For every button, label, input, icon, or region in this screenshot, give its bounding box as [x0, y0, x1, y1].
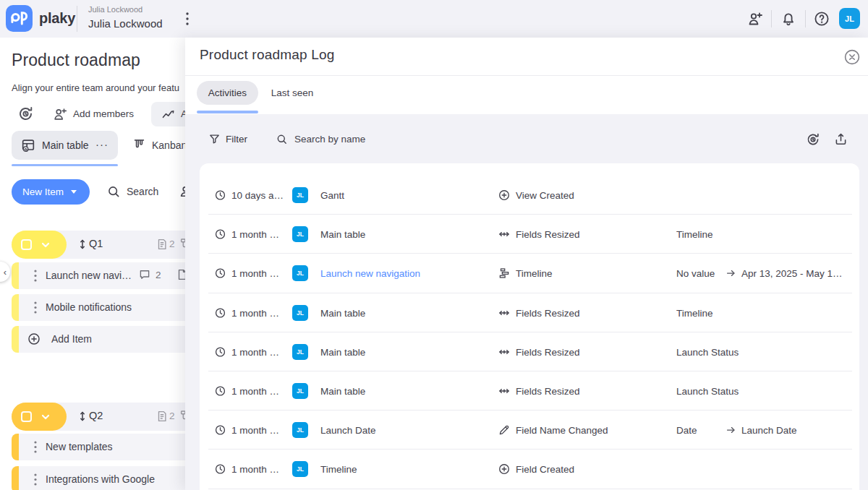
log-panel: Product roadmap Log Activities Last seen…: [185, 38, 868, 490]
group-pill[interactable]: [12, 403, 67, 431]
filter-icon[interactable]: [208, 133, 221, 145]
notifications-bell-icon[interactable]: [780, 10, 797, 27]
group-checkbox[interactable]: [21, 411, 32, 422]
plaky-logo-icon[interactable]: [6, 5, 33, 32]
doc-count: 2: [169, 411, 175, 421]
plus-circle-icon: [27, 332, 41, 346]
log-value-old: Date: [676, 425, 697, 436]
kebab-icon[interactable]: [30, 300, 41, 315]
add-members-button[interactable]: Add members: [73, 108, 134, 119]
topbar-divider: [77, 6, 77, 32]
sidebar-search-icon[interactable]: [106, 184, 121, 199]
arrow-right-icon: [726, 268, 736, 279]
log-value-old: Timeline: [676, 229, 713, 240]
topbar-divider: [771, 10, 772, 27]
tab-last-seen[interactable]: Last seen: [266, 81, 318, 105]
log-user-avatar: JL: [292, 305, 308, 321]
tab-main-table-label: Main table: [42, 139, 89, 151]
tab-main-table-underline: [12, 164, 118, 166]
log-search-input[interactable]: Search by name: [294, 134, 365, 145]
topbar: plaky Julia Lockwood Julia Lockwood JL: [0, 0, 868, 38]
clock-icon: [214, 306, 226, 319]
workspace-name[interactable]: Julia Lockwood: [88, 17, 163, 30]
topbar-divider: [805, 10, 806, 27]
log-action: Field Name Changed: [516, 425, 608, 436]
kebab-icon[interactable]: [30, 439, 41, 455]
log-item-name: Main table: [320, 346, 365, 357]
workspace-menu-icon[interactable]: [181, 10, 194, 27]
help-icon[interactable]: [813, 10, 830, 27]
board-title: Product roadmap: [12, 51, 140, 70]
log-time: 1 month …: [231, 386, 285, 397]
activity-log-icon[interactable]: [17, 105, 35, 123]
tab-kanban[interactable]: Kanban: [152, 139, 187, 151]
log-value-new: Apr 13, 2025 - May 1…: [741, 268, 843, 279]
arrow-right-icon: [726, 425, 736, 436]
doc-icon: [156, 410, 166, 422]
chevron-down-icon[interactable]: [40, 411, 51, 423]
log-panel-body: Filter Search by name 10 days a…JLGanttV…: [185, 114, 868, 490]
group-name: Q1: [89, 238, 103, 249]
log-action: Field Created: [516, 464, 574, 475]
log-user-avatar: JL: [292, 461, 308, 477]
log-time: 1 month …: [231, 268, 285, 279]
tab-activities[interactable]: Activities: [197, 81, 258, 105]
log-row: 1 month …JLMain tableFields ResizedTimel…: [200, 293, 859, 332]
drag-handle-icon[interactable]: [77, 238, 88, 250]
log-value-old: No value: [676, 268, 715, 279]
log-user-avatar: JL: [292, 383, 308, 399]
kebab-icon[interactable]: [30, 472, 41, 487]
close-icon[interactable]: [843, 48, 861, 66]
clock-icon: [214, 267, 226, 280]
add-item-label: Add Item: [51, 333, 92, 345]
log-refresh-icon[interactable]: [805, 132, 821, 147]
log-time: 1 month …: [231, 425, 285, 436]
kebab-icon[interactable]: [30, 268, 41, 283]
pencil-icon: [498, 424, 511, 437]
doc-icon: [156, 238, 166, 250]
sidebar-search-label[interactable]: Search: [127, 186, 158, 197]
resize-icon: [498, 384, 511, 397]
drag-handle-icon[interactable]: [77, 411, 88, 422]
chart-icon: [161, 106, 176, 121]
log-row: 1 month …JLMain tableFields ResizedLaunc…: [200, 371, 859, 411]
brand-name: plaky: [39, 10, 75, 27]
tab-main-table[interactable]: Main table ···: [12, 131, 118, 160]
user-avatar[interactable]: JL: [839, 8, 860, 29]
chevron-down-icon[interactable]: [40, 239, 51, 251]
export-icon[interactable]: [833, 132, 848, 147]
log-item-name[interactable]: Launch new navigation: [320, 268, 420, 279]
comment-icon: [138, 268, 151, 281]
clock-icon: [214, 424, 226, 437]
group-pill[interactable]: [12, 231, 67, 259]
clock-icon: [214, 463, 226, 476]
group-name: Q2: [89, 410, 103, 421]
log-search-icon: [276, 133, 288, 145]
log-action: Fields Resized: [516, 386, 580, 397]
workspace-label: Julia Lockwood: [88, 5, 142, 14]
resize-icon: [498, 306, 511, 319]
kanban-icon: [132, 137, 147, 152]
log-action: Fields Resized: [516, 229, 580, 240]
clock-icon: [214, 385, 226, 397]
invite-user-icon[interactable]: [746, 10, 764, 27]
gantt-icon: [498, 267, 511, 280]
new-item-caret-icon[interactable]: [71, 190, 77, 194]
filter-button[interactable]: Filter: [226, 134, 247, 145]
item-color-bar: [12, 434, 19, 460]
doc-count: 2: [169, 238, 175, 249]
log-row: 1 month …JLTimelineField Created: [200, 450, 859, 489]
log-action: Timeline: [516, 268, 553, 279]
log-item-name: Main table: [320, 229, 365, 240]
sidebar-collapse-handle[interactable]: ‹: [0, 262, 10, 282]
new-item-button[interactable]: New Item: [12, 179, 90, 205]
log-panel-title: Product roadmap Log: [200, 47, 335, 63]
log-item-name: Timeline: [320, 464, 357, 475]
item-label: Mobile notifications: [46, 301, 132, 313]
table-icon: [20, 137, 36, 153]
tab-more-icon[interactable]: ···: [95, 138, 109, 150]
resize-icon: [498, 345, 511, 358]
add-members-icon[interactable]: [52, 106, 68, 122]
group-checkbox[interactable]: [21, 239, 32, 250]
log-panel-header: Product roadmap Log: [185, 38, 868, 76]
